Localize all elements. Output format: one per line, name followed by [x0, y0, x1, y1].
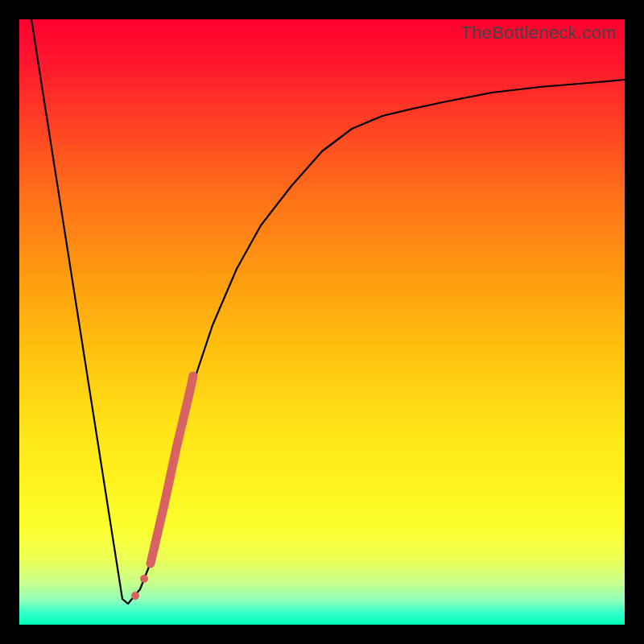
curve-path [31, 19, 625, 604]
highlight-segment [151, 376, 193, 564]
bottleneck-curve [19, 19, 625, 625]
chart-frame: TheBottleneck.com [0, 0, 644, 644]
highlight-dot [140, 575, 148, 583]
highlight-dot [131, 592, 139, 600]
plot-area: TheBottleneck.com [19, 19, 625, 625]
